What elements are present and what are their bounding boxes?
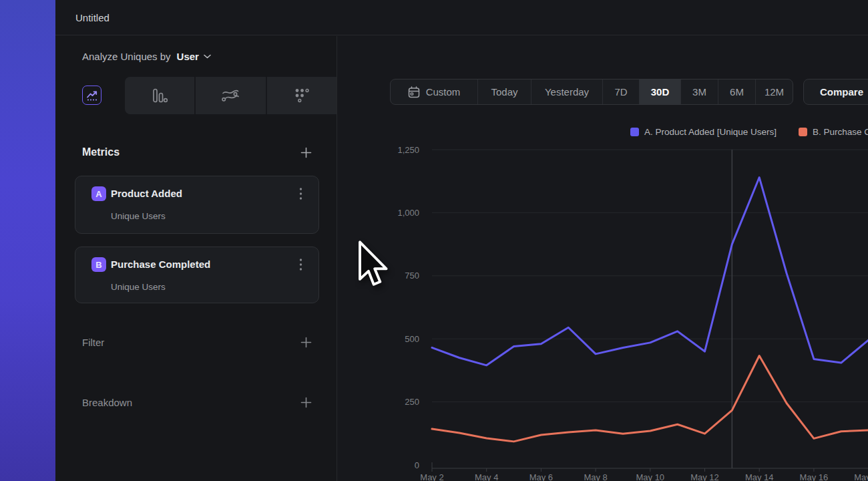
chart-panel: 02505007501,0001,250May 2May 4May 6May 8…	[337, 36, 868, 481]
add-metric-button[interactable]	[299, 146, 312, 159]
range-label: 12M	[765, 79, 784, 104]
analyze-by-value: User	[177, 51, 199, 62]
svg-text:750: 750	[405, 271, 419, 281]
kebab-icon	[299, 187, 302, 200]
range-label: 7D	[614, 79, 627, 104]
metric-measure[interactable]: Unique Users	[111, 211, 166, 221]
svg-text:May 4: May 4	[475, 472, 498, 481]
range-label: 30D	[651, 79, 670, 104]
legend-swatch-purple	[630, 128, 639, 136]
date-range-toolbar: Custom Today Yesterday 7D 30D 3M 6M 12M	[390, 79, 793, 105]
legend-label: B. Purchase Completed [Unique Users]	[813, 127, 868, 137]
mouse-cursor-pointer	[358, 240, 390, 289]
metric-card-product-added[interactable]: A Product Added Unique Users	[75, 176, 319, 234]
filter-title: Filter	[82, 337, 104, 348]
breakdown-section-header: Breakdown	[55, 389, 337, 416]
desktop-gradient-strip	[0, 0, 55, 481]
metric-measure[interactable]: Unique Users	[111, 282, 166, 292]
filter-section-header: Filter	[55, 329, 337, 355]
range-30d-button[interactable]: 30D	[639, 79, 680, 104]
kebab-icon	[299, 258, 302, 271]
plus-icon	[300, 147, 312, 158]
tab-bar-chart[interactable]	[125, 77, 194, 114]
calendar-icon	[408, 86, 420, 98]
analyze-by-row: Analyze Uniques by User	[55, 36, 337, 77]
chart-type-tab-strip	[125, 77, 337, 114]
tab-line-chart[interactable]	[82, 86, 101, 105]
analytics-app-window: Untitled Analyze Uniques by User	[55, 0, 868, 481]
legend-swatch-orange	[799, 128, 807, 136]
flow-chart-icon	[222, 88, 239, 103]
tab-flow-chart[interactable]	[194, 77, 265, 114]
document-title[interactable]: Untitled	[75, 0, 110, 35]
svg-text:1,000: 1,000	[397, 208, 419, 218]
add-filter-button[interactable]	[299, 335, 312, 349]
screen: Untitled Analyze Uniques by User	[0, 0, 868, 481]
range-label: 6M	[730, 79, 744, 104]
metric-name: Purchase Completed	[111, 259, 210, 270]
bar-chart-icon	[152, 88, 168, 104]
config-sidebar: Analyze Uniques by User	[55, 36, 337, 481]
add-breakdown-button[interactable]	[299, 395, 312, 409]
chart-type-tabs	[55, 77, 337, 114]
analyze-by-label: Analyze Uniques by	[82, 51, 171, 62]
analyze-by-inner: Analyze Uniques by User	[82, 36, 211, 77]
line-chart-icon	[85, 89, 99, 102]
metric-badge-a: A	[91, 186, 106, 201]
range-label: 3M	[692, 79, 706, 104]
svg-text:500: 500	[405, 334, 419, 344]
svg-text:May 18: May 18	[854, 472, 868, 481]
range-custom-button[interactable]: Custom	[391, 79, 477, 104]
svg-text:May 14: May 14	[745, 472, 774, 481]
metric-name: Product Added	[111, 188, 182, 199]
tab-dots-grid[interactable]	[266, 77, 337, 114]
range-label: Custom	[426, 79, 461, 104]
metric-card-purchase-completed[interactable]: B Purchase Completed Unique Users	[75, 247, 319, 303]
metric-badge-b: B	[91, 257, 106, 272]
legend-label: A. Product Added [Unique Users]	[644, 127, 777, 137]
app-header: Untitled	[55, 0, 868, 35]
metric-options-button[interactable]	[294, 187, 306, 200]
plus-icon	[300, 337, 312, 348]
range-label: Today	[491, 79, 517, 104]
compare-button[interactable]: Compare	[803, 79, 868, 105]
legend-item-product-added[interactable]: A. Product Added [Unique Users]	[630, 125, 777, 138]
metrics-section-header: Metrics	[55, 139, 337, 166]
svg-text:May 16: May 16	[800, 472, 829, 481]
svg-text:May 2: May 2	[420, 472, 443, 481]
range-6m-button[interactable]: 6M	[718, 79, 755, 104]
svg-text:May 6: May 6	[529, 472, 553, 481]
breakdown-title: Breakdown	[82, 397, 132, 408]
svg-text:1,250: 1,250	[397, 145, 419, 155]
range-yesterday-button[interactable]: Yesterday	[531, 79, 602, 104]
svg-text:May 10: May 10	[636, 472, 664, 481]
metrics-title: Metrics	[82, 146, 120, 158]
dots-grid-icon	[294, 88, 310, 104]
svg-text:250: 250	[405, 397, 419, 407]
legend-item-purchase-completed[interactable]: B. Purchase Completed [Unique Users]	[799, 125, 868, 138]
analyze-by-dropdown[interactable]: User	[177, 51, 211, 62]
metric-options-button[interactable]	[294, 258, 306, 271]
range-3m-button[interactable]: 3M	[680, 79, 718, 104]
range-today-button[interactable]: Today	[477, 79, 531, 104]
range-7d-button[interactable]: 7D	[602, 79, 639, 104]
svg-text:May 12: May 12	[690, 472, 719, 481]
range-12m-button[interactable]: 12M	[755, 79, 793, 104]
plus-icon	[300, 397, 312, 408]
chevron-down-icon	[204, 54, 211, 59]
svg-text:May 8: May 8	[584, 472, 607, 481]
range-label: Yesterday	[545, 79, 589, 104]
svg-text:0: 0	[415, 460, 419, 470]
